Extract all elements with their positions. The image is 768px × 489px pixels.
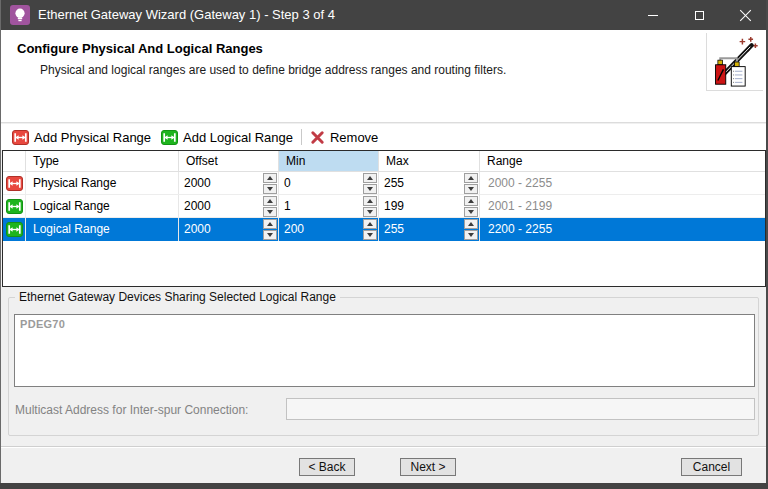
offset-value[interactable]: 2000 — [179, 195, 263, 217]
page-subtitle: Physical and logical ranges are used to … — [40, 63, 506, 77]
window-bottom-frame — [0, 483, 768, 489]
type-cell: Logical Range — [26, 195, 179, 217]
device-item: PDEG70 — [20, 318, 749, 330]
min-value[interactable]: 1 — [279, 195, 363, 217]
spin-up-button[interactable] — [263, 173, 277, 183]
physical-range-icon — [6, 176, 23, 191]
spin-down-button[interactable] — [464, 230, 478, 240]
add-logical-range-label: Add Logical Range — [183, 130, 293, 145]
window-title: Ethernet Gateway Wizard (Gateway 1) - St… — [38, 0, 335, 30]
wizard-wand-icon — [706, 33, 763, 91]
spin-up-button[interactable] — [363, 219, 377, 229]
spin-down-button[interactable] — [263, 184, 277, 194]
spin-up-button[interactable] — [464, 196, 478, 206]
spin-down-button[interactable] — [363, 230, 377, 240]
max-spinner[interactable] — [464, 218, 479, 241]
min-spinner[interactable] — [363, 218, 378, 241]
spin-up-button[interactable] — [263, 196, 277, 206]
max-value[interactable]: 255 — [379, 172, 464, 194]
spin-down-button[interactable] — [363, 184, 377, 194]
table-header-row: Type Offset Min Max Range — [3, 151, 765, 172]
footer-divider — [0, 446, 768, 448]
back-button[interactable]: < Back — [299, 458, 355, 476]
window-left-border — [0, 0, 1, 489]
spin-up-button[interactable] — [464, 173, 478, 183]
max-value[interactable]: 255 — [379, 218, 464, 241]
toolbar-separator — [301, 129, 302, 145]
window-controls — [630, 0, 768, 30]
spin-up-button[interactable] — [363, 196, 377, 206]
type-cell: Logical Range — [26, 218, 179, 241]
range-cell: 2200 - 2255 — [480, 218, 765, 241]
column-header-type[interactable]: Type — [26, 151, 179, 172]
logical-range-icon — [161, 130, 178, 145]
table-row-logical-2-selected[interactable]: Logical Range 2000 200 255 — [3, 218, 765, 241]
column-header-icon[interactable] — [3, 151, 26, 172]
remove-label: Remove — [330, 130, 378, 145]
offset-spinner[interactable] — [263, 172, 278, 194]
max-value[interactable]: 199 — [379, 195, 464, 217]
spin-up-button[interactable] — [363, 173, 377, 183]
row-type-icon-cell — [3, 195, 26, 217]
cancel-button[interactable]: Cancel — [681, 458, 742, 476]
add-physical-range-button[interactable]: Add Physical Range — [7, 126, 156, 148]
offset-cell[interactable]: 2000 — [179, 172, 279, 194]
min-spinner[interactable] — [363, 195, 378, 217]
max-cell[interactable]: 255 — [379, 172, 480, 194]
column-header-min[interactable]: Min — [279, 151, 379, 172]
titlebar: Ethernet Gateway Wizard (Gateway 1) - St… — [0, 0, 768, 30]
offset-value[interactable]: 2000 — [179, 172, 263, 194]
spin-down-button[interactable] — [464, 184, 478, 194]
next-button[interactable]: Next > — [400, 458, 456, 476]
maximize-button[interactable] — [676, 0, 722, 30]
max-cell[interactable]: 255 — [379, 218, 480, 241]
offset-spinner[interactable] — [263, 195, 278, 217]
remove-button[interactable]: Remove — [305, 126, 383, 148]
spin-up-button[interactable] — [263, 219, 277, 229]
range-cell: 2000 - 2255 — [480, 172, 765, 194]
add-logical-range-button[interactable]: Add Logical Range — [156, 126, 298, 148]
table-row-logical-1[interactable]: Logical Range 2000 1 199 — [3, 195, 765, 218]
multicast-address-field[interactable] — [286, 398, 755, 420]
close-button[interactable] — [722, 0, 768, 30]
minimize-button[interactable] — [630, 0, 676, 30]
column-header-max[interactable]: Max — [379, 151, 480, 172]
groupbox-title: Ethernet Gateway Devices Sharing Selecte… — [15, 290, 340, 304]
spin-down-button[interactable] — [263, 230, 277, 240]
min-cell[interactable]: 0 — [279, 172, 379, 194]
logical-range-icon — [6, 199, 23, 214]
range-cell: 2001 - 2199 — [480, 195, 765, 217]
min-value[interactable]: 200 — [279, 218, 363, 241]
column-header-range[interactable]: Range — [480, 151, 765, 172]
min-cell[interactable]: 1 — [279, 195, 379, 217]
page-title: Configure Physical And Logical Ranges — [17, 41, 263, 56]
max-spinner[interactable] — [464, 172, 479, 194]
close-icon — [739, 9, 752, 22]
spin-down-button[interactable] — [464, 207, 478, 217]
type-cell: Physical Range — [26, 172, 179, 194]
multicast-label: Multicast Address for Inter-spur Connect… — [15, 403, 248, 417]
offset-cell[interactable]: 2000 — [179, 218, 279, 241]
row-type-icon-cell — [3, 218, 26, 241]
column-header-offset[interactable]: Offset — [179, 151, 279, 172]
spin-up-button[interactable] — [464, 219, 478, 229]
offset-value[interactable]: 2000 — [179, 218, 263, 241]
spin-down-button[interactable] — [263, 207, 277, 217]
offset-cell[interactable]: 2000 — [179, 195, 279, 217]
wizard-header: Configure Physical And Logical Ranges Ph… — [0, 30, 768, 123]
devices-list[interactable]: PDEG70 — [14, 314, 755, 387]
spin-down-button[interactable] — [363, 207, 377, 217]
row-type-icon-cell — [3, 172, 26, 194]
min-value[interactable]: 0 — [279, 172, 363, 194]
minimize-icon — [648, 15, 658, 16]
max-cell[interactable]: 199 — [379, 195, 480, 217]
physical-range-icon — [12, 130, 29, 145]
min-cell[interactable]: 200 — [279, 218, 379, 241]
toolbar: Add Physical Range Add Logical Range Rem… — [0, 124, 768, 150]
remove-x-icon — [310, 130, 325, 145]
min-spinner[interactable] — [363, 172, 378, 194]
logical-range-icon — [6, 222, 23, 237]
max-spinner[interactable] — [464, 195, 479, 217]
offset-spinner[interactable] — [263, 218, 278, 241]
table-row-physical[interactable]: Physical Range 2000 0 255 — [3, 172, 765, 195]
